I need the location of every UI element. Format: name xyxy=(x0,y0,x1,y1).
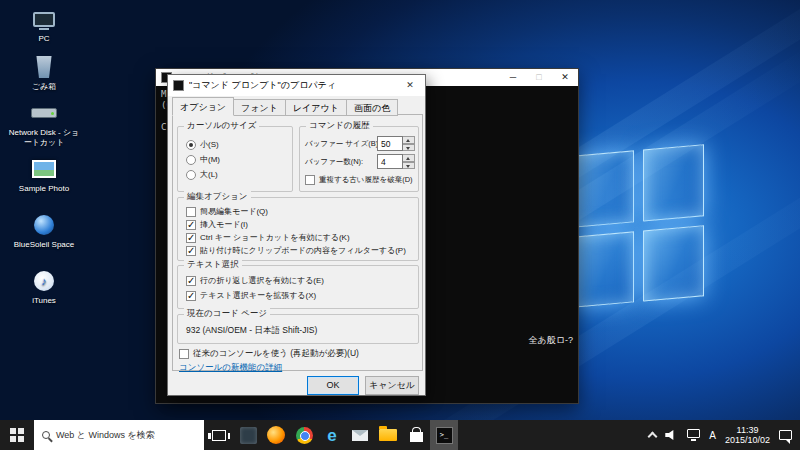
checkbox-icon[interactable] xyxy=(186,233,196,243)
music-note-icon: ♪ xyxy=(41,276,47,286)
search-icon xyxy=(42,431,50,439)
checkbox-icon[interactable] xyxy=(179,349,189,359)
desktop-icon-label: Network Disk - ショートカット xyxy=(8,128,80,148)
radio-icon[interactable] xyxy=(186,155,196,165)
buffer-size-input[interactable]: 50 xyxy=(377,136,403,151)
mail-icon xyxy=(352,430,368,441)
group-title: 編集オプション xyxy=(184,191,251,203)
checkbox-label: 重複する古い履歴を破棄(D) xyxy=(319,175,413,185)
task-view-button[interactable] xyxy=(204,420,234,450)
spin-down-icon[interactable] xyxy=(403,162,415,170)
taskbar-firefox[interactable] xyxy=(262,420,290,450)
checkbox-ctrl-shortcuts[interactable]: Ctrl キー ショートカットを有効にする(K) xyxy=(186,232,350,243)
radio-icon[interactable] xyxy=(186,170,196,180)
radio-cursor-large[interactable]: 大(L) xyxy=(186,169,218,180)
taskbar-chrome[interactable] xyxy=(290,420,318,450)
radio-icon[interactable] xyxy=(186,140,196,150)
desktop-icon-network-disk[interactable]: Network Disk - ショートカット xyxy=(8,100,80,148)
desktop-icon-bluesoleil[interactable]: BlueSoleil Space xyxy=(8,212,80,250)
new-console-features-link[interactable]: コンソールの新機能の詳細 xyxy=(179,362,282,374)
checkbox-label: 行の折り返し選択を有効にする(E) xyxy=(200,275,324,286)
taskbar: Web と Windows を検索 e >_ A 11:39 2015/10/0… xyxy=(0,420,800,450)
taskbar-command-prompt-active[interactable]: >_ xyxy=(430,420,458,450)
buffer-count-spinner: 4 xyxy=(377,154,415,169)
taskbar-search[interactable]: Web と Windows を検索 xyxy=(34,420,204,450)
radio-cursor-small[interactable]: 小(S) xyxy=(186,139,219,150)
checkbox-label: 貼り付け時にクリップボードの内容をフィルターする(P) xyxy=(200,245,406,256)
spin-up-icon[interactable] xyxy=(403,154,415,162)
checkbox-icon[interactable] xyxy=(186,276,196,286)
windows-logo-pane xyxy=(572,231,634,308)
checkbox-icon[interactable] xyxy=(186,291,196,301)
checkbox-extended-text-keys[interactable]: テキスト選択キーを拡張する(X) xyxy=(186,290,316,301)
windows-start-icon xyxy=(10,428,24,442)
taskbar-edge[interactable]: e xyxy=(318,420,346,450)
text-selection-group: テキスト選択 行の折り返し選択を有効にする(E) テキスト選択キーを拡張する(X… xyxy=(177,265,419,309)
checkbox-icon[interactable] xyxy=(186,220,196,230)
buffer-count-input[interactable]: 4 xyxy=(377,154,403,169)
windows-logo-pane xyxy=(643,144,705,221)
start-button[interactable] xyxy=(0,420,34,450)
tab-strip: オプション フォント レイアウト 画面の色 xyxy=(172,97,398,115)
checkbox-insert-mode[interactable]: 挿入モード(I) xyxy=(186,219,248,230)
photo-icon xyxy=(8,156,80,182)
checkbox-icon[interactable] xyxy=(305,175,315,185)
checkbox-label: Ctrl キー ショートカットを有効にする(K) xyxy=(200,232,350,243)
group-title: テキスト選択 xyxy=(184,259,242,271)
network-icon[interactable] xyxy=(687,429,700,438)
checkbox-discard-duplicates[interactable]: 重複する古い履歴を破棄(D) xyxy=(305,175,413,185)
windows-logo-pane xyxy=(643,225,705,302)
tab-screen-colors[interactable]: 画面の色 xyxy=(347,99,398,116)
buffer-count-label: バッファー数(N): xyxy=(305,157,363,167)
edge-icon: e xyxy=(327,427,336,444)
buffer-size-label: バッファー サイズ(B): xyxy=(305,139,380,149)
clock-date: 2015/10/02 xyxy=(725,435,770,446)
dialog-titlebar[interactable]: "コマンド プロンプト"のプロパティ ✕ xyxy=(168,75,425,96)
desktop-icon-pc[interactable]: PC xyxy=(8,6,80,44)
checkbox-label: テキスト選択キーを拡張する(X) xyxy=(200,290,316,301)
checkbox-label: 挿入モード(I) xyxy=(200,219,248,230)
spin-up-icon[interactable] xyxy=(403,136,415,144)
action-center-icon[interactable] xyxy=(779,430,792,440)
checkbox-filter-clipboard[interactable]: 貼り付け時にクリップボードの内容をフィルターする(P) xyxy=(186,245,406,256)
taskbar-store[interactable] xyxy=(402,420,430,450)
system-tray: A 11:39 2015/10/02 xyxy=(649,420,800,450)
close-icon[interactable]: ✕ xyxy=(395,75,425,96)
chevron-up-icon[interactable] xyxy=(648,432,658,442)
task-view-icon xyxy=(212,430,226,441)
spin-down-icon[interactable] xyxy=(403,144,415,152)
itunes-icon: ♪ xyxy=(8,268,80,294)
taskbar-app-1[interactable] xyxy=(234,420,262,450)
ime-mode-indicator[interactable]: A xyxy=(709,430,716,441)
tab-layout[interactable]: レイアウト xyxy=(286,99,347,116)
cancel-button[interactable]: キャンセル xyxy=(365,376,419,395)
store-icon xyxy=(410,432,423,442)
tab-options[interactable]: オプション xyxy=(172,97,234,116)
dialog-title: "コマンド プロンプト"のプロパティ xyxy=(189,79,395,92)
radio-label: 中(M) xyxy=(200,154,220,165)
maximize-button[interactable]: □ xyxy=(526,69,552,86)
checkbox-legacy-console[interactable]: 従来のコンソールを使う (再起動が必要)(U) xyxy=(179,348,359,360)
desktop-icon-label: Sample Photo xyxy=(8,184,80,194)
checkbox-quickedit[interactable]: 簡易編集モード(Q) xyxy=(186,206,268,217)
taskbar-mail[interactable] xyxy=(346,420,374,450)
clock[interactable]: 11:39 2015/10/02 xyxy=(725,425,770,446)
minimize-button[interactable]: ─ xyxy=(500,69,526,86)
taskbar-file-explorer[interactable] xyxy=(374,420,402,450)
desktop-icon-label: ごみ箱 xyxy=(8,82,80,92)
radio-cursor-medium[interactable]: 中(M) xyxy=(186,154,220,165)
desktop-icon-itunes[interactable]: ♪ iTunes xyxy=(8,268,80,306)
ok-button[interactable]: OK xyxy=(307,376,359,395)
desktop-icon-recycle-bin[interactable]: ごみ箱 xyxy=(8,54,80,92)
checkbox-line-wrap-selection[interactable]: 行の折り返し選択を有効にする(E) xyxy=(186,275,324,286)
checkbox-icon[interactable] xyxy=(186,246,196,256)
tab-font[interactable]: フォント xyxy=(234,99,286,116)
code-page-value: 932 (ANSI/OEM - 日本語 Shift-JIS) xyxy=(186,325,317,337)
volume-icon[interactable] xyxy=(665,429,678,441)
recycle-bin-icon xyxy=(8,54,80,80)
desktop-icon-sample-photo[interactable]: Sample Photo xyxy=(8,156,80,194)
checkbox-icon[interactable] xyxy=(186,207,196,217)
command-prompt-icon: >_ xyxy=(436,427,453,444)
close-button[interactable]: ✕ xyxy=(552,69,578,86)
ime-status-bar: 全あ般ロ-? xyxy=(529,334,573,347)
